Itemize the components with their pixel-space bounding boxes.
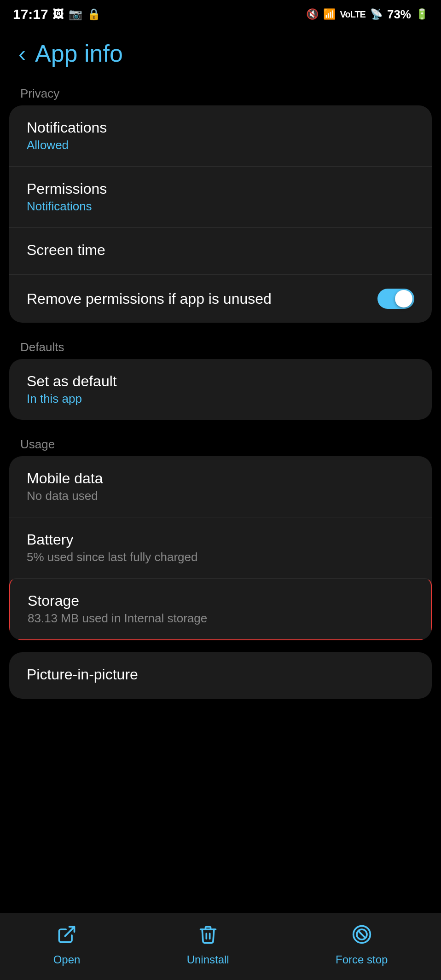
battery-title: Battery: [27, 531, 414, 548]
open-button[interactable]: Open: [53, 924, 81, 966]
uninstall-icon: [198, 924, 218, 949]
set-as-default-title: Set as default: [27, 373, 414, 390]
svg-line-0: [65, 927, 74, 936]
set-as-default-sub: In this app: [27, 392, 414, 406]
force-stop-label: Force stop: [336, 953, 388, 966]
svg-line-3: [359, 932, 365, 938]
picture-in-picture-card: Picture-in-picture: [9, 652, 432, 699]
storage-item[interactable]: Storage 83.13 MB used in Internal storag…: [9, 578, 432, 640]
usage-section-label: Usage: [0, 429, 441, 456]
status-right: 🔇 📶 VoLTE 📡 73% 🔋: [306, 7, 428, 22]
signal-icon: 📡: [370, 8, 383, 20]
uninstall-label: Uninstall: [187, 953, 229, 966]
mobile-data-title: Mobile data: [27, 470, 414, 487]
back-button[interactable]: ‹: [18, 41, 26, 66]
usage-card: Mobile data No data used Battery 5% used…: [9, 456, 432, 640]
status-left: 17:17 🖼 📷 🔒: [13, 6, 101, 22]
force-stop-button[interactable]: Force stop: [336, 924, 388, 966]
permissions-item[interactable]: Permissions Notifications: [9, 166, 432, 227]
notifications-item[interactable]: Notifications Allowed: [9, 105, 432, 166]
battery-item[interactable]: Battery 5% used since last fully charged: [9, 517, 432, 578]
defaults-card: Set as default In this app: [9, 359, 432, 420]
status-time: 17:17: [13, 6, 48, 22]
lock-icon: 🔒: [87, 8, 101, 21]
permissions-title: Permissions: [27, 180, 414, 197]
battery-icon: 🔋: [416, 8, 428, 20]
privacy-card: Notifications Allowed Permissions Notifi…: [9, 105, 432, 323]
screen-time-item[interactable]: Screen time: [9, 227, 432, 274]
storage-sub: 83.13 MB used in Internal storage: [28, 611, 413, 626]
camera-icon: 📷: [69, 8, 82, 21]
uninstall-button[interactable]: Uninstall: [187, 924, 229, 966]
mute-icon: 🔇: [306, 8, 319, 20]
page-title: App info: [35, 40, 123, 67]
force-stop-icon: [352, 924, 372, 949]
gallery-icon: 🖼: [53, 8, 64, 21]
status-bar: 17:17 🖼 📷 🔒 🔇 📶 VoLTE 📡 73% 🔋: [0, 0, 441, 26]
remove-permissions-toggle[interactable]: [377, 289, 414, 309]
set-as-default-item[interactable]: Set as default In this app: [9, 359, 432, 420]
remove-permissions-label: Remove permissions if app is unused: [27, 290, 377, 307]
remove-permissions-item[interactable]: Remove permissions if app is unused: [9, 274, 432, 323]
lte-icon: VoLTE: [340, 9, 366, 20]
toggle-knob: [395, 290, 412, 307]
wifi-icon: 📶: [323, 8, 336, 20]
open-icon: [57, 924, 77, 949]
notifications-title: Notifications: [27, 119, 414, 136]
notifications-sub: Allowed: [27, 138, 414, 152]
storage-title: Storage: [28, 592, 413, 609]
battery-label: 73%: [387, 7, 411, 22]
battery-sub: 5% used since last fully charged: [27, 550, 414, 564]
mobile-data-item[interactable]: Mobile data No data used: [9, 456, 432, 517]
picture-in-picture-title: Picture-in-picture: [27, 666, 414, 683]
defaults-section-label: Defaults: [0, 332, 441, 359]
picture-in-picture-item[interactable]: Picture-in-picture: [9, 652, 432, 699]
bottom-bar: Open Uninstall Force stop: [0, 913, 441, 980]
open-label: Open: [53, 953, 81, 966]
header: ‹ App info: [0, 26, 441, 78]
privacy-section-label: Privacy: [0, 78, 441, 105]
permissions-sub: Notifications: [27, 199, 414, 214]
screen-time-title: Screen time: [27, 242, 414, 259]
mobile-data-sub: No data used: [27, 489, 414, 503]
